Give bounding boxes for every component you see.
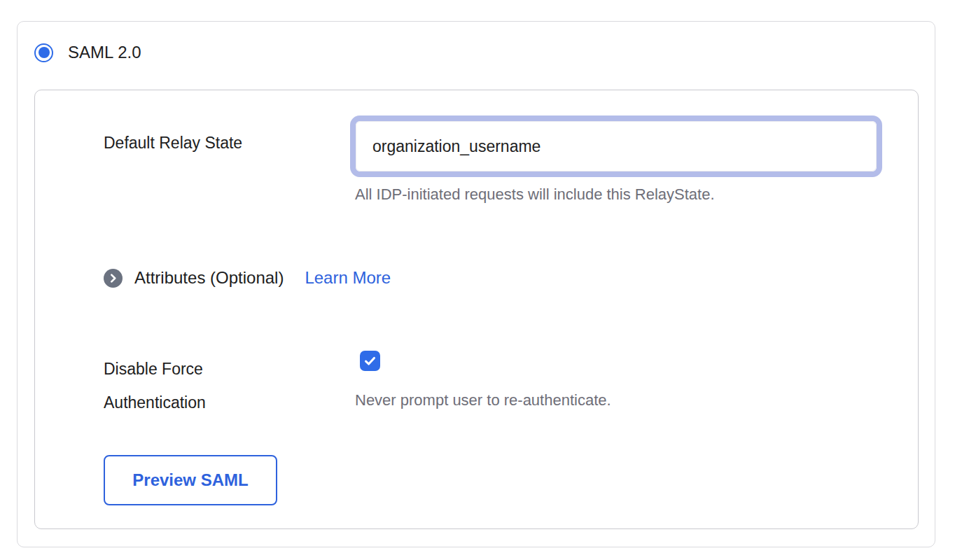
relay-state-input-focus-ring xyxy=(350,115,882,177)
saml-radio-label: SAML 2.0 xyxy=(68,43,141,62)
preview-saml-button[interactable]: Preview SAML xyxy=(104,455,277,505)
saml-settings-card: SAML 2.0 Default Relay State All IDP-ini… xyxy=(17,21,935,547)
saml-radio-dot xyxy=(39,47,50,58)
learn-more-link[interactable]: Learn More xyxy=(305,268,391,288)
attributes-expander[interactable] xyxy=(104,269,123,288)
attributes-label[interactable]: Attributes (Optional) xyxy=(134,268,284,288)
attributes-expander-row: Attributes (Optional) Learn More xyxy=(104,268,391,288)
saml-radio[interactable] xyxy=(34,43,53,62)
relay-state-helper: All IDP-initiated requests will include … xyxy=(355,186,715,204)
force-auth-helper: Never prompt user to re-authenticate. xyxy=(355,391,611,410)
checkmark-icon xyxy=(363,354,377,368)
relay-state-input[interactable] xyxy=(356,121,877,172)
saml-radio-row: SAML 2.0 xyxy=(34,43,141,62)
force-auth-checkbox[interactable] xyxy=(360,351,380,371)
saml-config-panel: Default Relay State All IDP-initiated re… xyxy=(34,90,919,529)
relay-state-label: Default Relay State xyxy=(104,134,242,153)
force-auth-label: Disable Force Authentication xyxy=(104,352,293,419)
chevron-right-icon xyxy=(109,274,118,283)
